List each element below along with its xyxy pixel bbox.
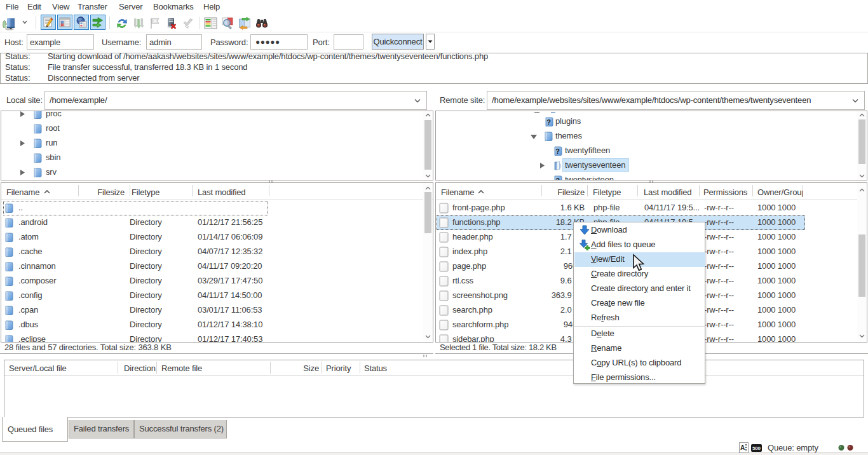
- svg-text:?: ?: [555, 147, 560, 155]
- svg-text:500: 500: [752, 445, 761, 451]
- svg-text:?: ?: [555, 177, 560, 181]
- svg-text:?: ?: [546, 118, 551, 126]
- svg-text:A: A: [740, 444, 745, 451]
